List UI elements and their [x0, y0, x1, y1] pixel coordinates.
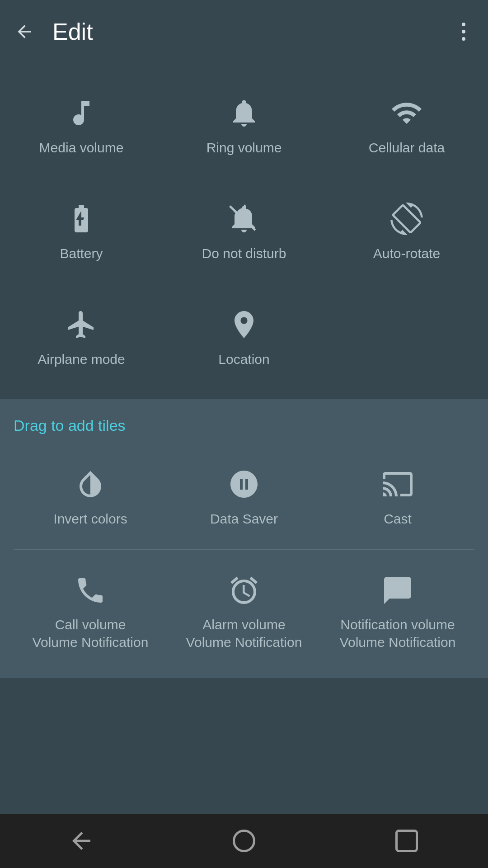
- airplane-icon: [63, 307, 99, 343]
- nav-recents-button[interactable]: [389, 823, 425, 859]
- more-options-button[interactable]: [450, 18, 477, 45]
- tile-battery[interactable]: Battery: [0, 178, 163, 284]
- tile-ring-volume-label: Ring volume: [206, 140, 282, 156]
- active-tiles-grid: Media volume Ring volume Cellular data B…: [0, 72, 488, 390]
- add-tile-call-volume-label: Call volume Volume Notification: [33, 616, 149, 651]
- active-tiles-section: Media volume Ring volume Cellular data B…: [0, 63, 488, 399]
- add-tile-data-saver-label: Data Saver: [210, 511, 278, 527]
- more-dot-3: [462, 37, 465, 41]
- add-tile-cast-label: Cast: [384, 511, 412, 527]
- drag-section-title: Drag to add tiles: [14, 417, 474, 434]
- add-tile-invert-colors[interactable]: Invert colors: [14, 448, 167, 545]
- volume-tiles-grid: Call volume Volume Notification Alarm vo…: [14, 554, 474, 669]
- notifications-off-icon: [226, 201, 262, 237]
- phone-icon: [72, 572, 108, 609]
- cast-icon: [380, 466, 416, 502]
- more-dot-2: [462, 30, 465, 33]
- nav-back-button[interactable]: [63, 823, 99, 859]
- add-tile-alarm-volume-label: Alarm volume Volume Notification: [186, 616, 302, 651]
- add-tile-notification-volume[interactable]: Notification volume Volume Notification: [321, 554, 474, 669]
- bottom-navigation: [0, 814, 488, 868]
- bell-icon: [226, 95, 262, 131]
- tile-location-label: Location: [218, 352, 269, 367]
- tile-cellular-data-label: Cellular data: [369, 140, 445, 156]
- add-tile-call-volume[interactable]: Call volume Volume Notification: [14, 554, 167, 669]
- invert-colors-icon: [72, 466, 108, 502]
- tile-media-volume[interactable]: Media volume: [0, 72, 163, 178]
- tile-location[interactable]: Location: [163, 284, 325, 390]
- tile-media-volume-label: Media volume: [39, 140, 124, 156]
- section-divider: [14, 549, 474, 550]
- svg-rect-1: [397, 831, 417, 851]
- tile-airplane-mode-label: Airplane mode: [38, 352, 125, 367]
- battery-charging-icon: [63, 201, 99, 237]
- tile-cellular-data[interactable]: Cellular data: [325, 72, 488, 178]
- back-button[interactable]: [11, 18, 38, 45]
- add-tile-invert-colors-label: Invert colors: [53, 511, 127, 527]
- tile-ring-volume[interactable]: Ring volume: [163, 72, 325, 178]
- data-saver-icon: [226, 466, 262, 502]
- header: Edit: [0, 0, 488, 63]
- add-tile-alarm-volume[interactable]: Alarm volume Volume Notification: [167, 554, 321, 669]
- screen-rotation-icon: [389, 201, 425, 237]
- alarm-icon: [226, 572, 262, 609]
- music-note-icon: [63, 95, 99, 131]
- location-pin-icon: [226, 307, 262, 343]
- drag-section: Drag to add tiles Invert colors Data Sav…: [0, 399, 488, 678]
- svg-point-0: [234, 831, 254, 851]
- tile-do-not-disturb-label: Do not disturb: [202, 246, 286, 261]
- page-title: Edit: [52, 18, 93, 45]
- header-left: Edit: [11, 18, 93, 45]
- add-tiles-grid: Invert colors Data Saver Cast: [14, 448, 474, 545]
- tile-auto-rotate-label: Auto-rotate: [373, 246, 440, 261]
- tile-do-not-disturb[interactable]: Do not disturb: [163, 178, 325, 284]
- nav-home-button[interactable]: [226, 823, 262, 859]
- tile-battery-label: Battery: [60, 246, 103, 261]
- add-tile-data-saver[interactable]: Data Saver: [167, 448, 321, 545]
- tile-auto-rotate[interactable]: Auto-rotate: [325, 178, 488, 284]
- more-dot-1: [462, 23, 465, 26]
- tile-airplane-mode[interactable]: Airplane mode: [0, 284, 163, 390]
- add-tile-notification-volume-label: Notification volume Volume Notification: [340, 616, 456, 651]
- chat-icon: [380, 572, 416, 609]
- signal-icon: [389, 95, 425, 131]
- add-tile-cast[interactable]: Cast: [321, 448, 474, 545]
